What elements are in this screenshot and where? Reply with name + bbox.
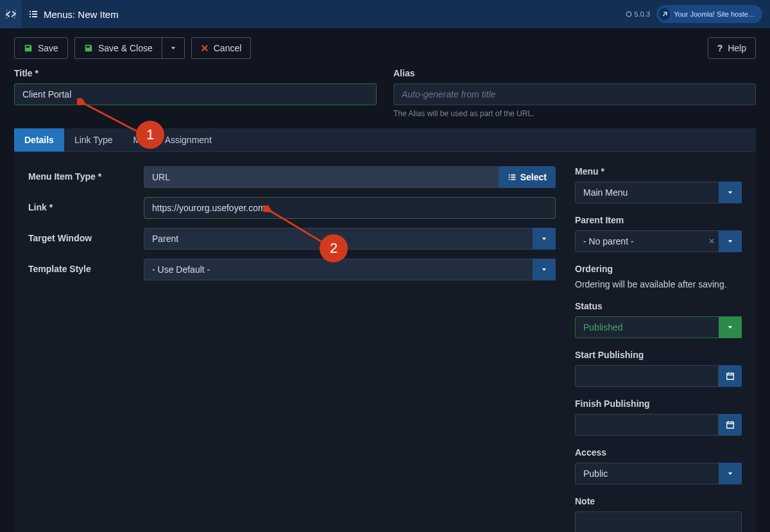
save-close-button[interactable]: Save & Close [74, 37, 162, 59]
menu-item-type-label: Menu Item Type * [28, 166, 144, 182]
ordering-text: Ordering will be available after saving. [575, 279, 742, 289]
chevron-down-icon [727, 189, 733, 196]
page-title: Menus: New Item [44, 9, 119, 20]
link-input[interactable] [144, 197, 556, 219]
menu-label: Menu * [575, 166, 742, 176]
alias-helper: The Alias will be used as part of the UR… [393, 109, 756, 118]
save-button[interactable]: Save [14, 37, 68, 59]
joomla-mini-icon [626, 11, 632, 17]
link-label: Link * [28, 197, 144, 212]
save-icon [84, 44, 93, 53]
menu-select[interactable] [575, 182, 742, 203]
joomla-icon [6, 9, 16, 19]
status-caret[interactable] [719, 316, 742, 338]
chevron-down-icon [541, 266, 547, 273]
start-publishing-calendar[interactable] [719, 365, 742, 387]
site-link[interactable]: Your Joomla! Site hosted wit… [656, 5, 762, 23]
template-style-caret[interactable] [533, 259, 556, 280]
external-link-icon [659, 8, 670, 21]
chevron-down-icon [170, 45, 176, 51]
tab-body: Menu Item Type * Select Link * [14, 152, 756, 532]
chevron-down-icon [727, 324, 733, 330]
chevron-down-icon [727, 470, 733, 477]
template-style-select[interactable] [144, 259, 556, 280]
access-select[interactable] [575, 463, 742, 485]
finish-publishing-label: Finish Publishing [575, 399, 742, 409]
target-window-select[interactable] [144, 228, 556, 250]
chevron-down-icon [727, 238, 733, 245]
tab-module-assignment[interactable]: Module Assignment [123, 128, 222, 151]
parent-item-select[interactable] [575, 230, 742, 252]
list-icon [28, 9, 38, 19]
parent-item-label: Parent Item [575, 215, 742, 225]
chevron-down-icon [541, 236, 547, 242]
title-alias-row: Title * Alias The Alias will be used as … [0, 68, 770, 128]
menu-caret[interactable] [719, 182, 742, 203]
help-icon: ? [717, 43, 723, 53]
save-dropdown-toggle[interactable] [162, 37, 185, 59]
start-publishing-input[interactable] [575, 365, 719, 387]
status-select[interactable] [575, 316, 742, 338]
note-input[interactable] [575, 511, 742, 532]
title-label: Title * [14, 68, 377, 78]
joomla-logo[interactable] [0, 0, 22, 28]
target-window-label: Target Window [28, 228, 144, 243]
alias-input[interactable] [393, 83, 756, 105]
menu-item-type-input [144, 166, 499, 188]
cancel-button[interactable]: Cancel [191, 37, 252, 59]
parent-item-clear[interactable]: ✕ [708, 237, 715, 246]
parent-item-caret[interactable] [719, 230, 742, 252]
status-label: Status [575, 301, 742, 311]
note-label: Note [575, 496, 742, 506]
target-window-caret[interactable] [533, 228, 556, 250]
alias-label: Alias [393, 68, 756, 78]
svg-point-0 [627, 12, 632, 17]
tabs: Details Link Type Module Assignment [14, 128, 756, 152]
title-input[interactable] [14, 83, 377, 105]
save-icon [24, 44, 33, 53]
tab-details[interactable]: Details [14, 128, 64, 151]
access-label: Access [575, 447, 742, 458]
start-publishing-label: Start Publishing [575, 350, 742, 360]
toolbar: Save Save & Close Cancel ? Help [0, 28, 770, 68]
select-type-button[interactable]: Select [499, 166, 556, 188]
calendar-icon [726, 372, 735, 381]
tabs-container: Details Link Type Module Assignment Menu… [14, 128, 756, 532]
close-icon [201, 44, 209, 52]
access-caret[interactable] [719, 463, 742, 485]
app-header: Menus: New Item 5.0.3 Your Joomla! Site … [0, 0, 770, 28]
list-icon [508, 173, 517, 182]
ordering-label: Ordering [575, 264, 742, 274]
version-badge: 5.0.3 [626, 10, 650, 18]
save-close-group: Save & Close [74, 37, 185, 59]
calendar-icon [726, 420, 735, 429]
finish-publishing-input[interactable] [575, 414, 719, 436]
tab-link-type[interactable]: Link Type [64, 128, 123, 151]
help-button[interactable]: ? Help [708, 37, 756, 59]
finish-publishing-calendar[interactable] [719, 414, 742, 436]
template-style-label: Template Style [28, 259, 144, 274]
